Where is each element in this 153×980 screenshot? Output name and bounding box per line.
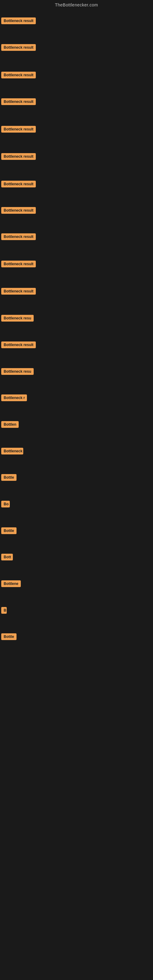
bottleneck-badge-10: Bottleneck result <box>1 261 36 267</box>
bottleneck-badge-6: Bottleneck result <box>1 153 36 160</box>
bottleneck-badge-4: Bottleneck result <box>1 98 36 105</box>
site-title: TheBottlenecker.com <box>0 0 153 10</box>
bottleneck-badge-row-23: B <box>1 607 7 615</box>
bottleneck-badge-9: Bottleneck result <box>1 233 36 240</box>
bottleneck-badge-2: Bottleneck result <box>1 44 36 51</box>
bottleneck-badge-row-24: Bottle <box>1 633 16 641</box>
bottleneck-badge-22: Bottlene <box>1 580 21 587</box>
bottleneck-badge-row-12: Bottleneck resu <box>1 315 33 323</box>
bottleneck-badge-row-1: Bottleneck result <box>1 18 36 25</box>
bottleneck-badge-8: Bottleneck result <box>1 207 36 214</box>
bottleneck-badge-row-5: Bottleneck result <box>1 126 36 134</box>
bottleneck-badge-17: Bottleneck <box>1 448 23 455</box>
bottleneck-badge-18: Bottle <box>1 474 16 481</box>
bottleneck-badge-row-7: Bottleneck result <box>1 181 36 189</box>
bottleneck-badge-row-10: Bottleneck result <box>1 261 36 269</box>
bottleneck-badge-row-6: Bottleneck result <box>1 153 36 161</box>
bottleneck-badge-row-11: Bottleneck result <box>1 288 36 296</box>
bottleneck-badge-3: Bottleneck result <box>1 72 36 78</box>
bottleneck-badge-row-13: Bottleneck result <box>1 342 36 350</box>
bottleneck-badge-row-9: Bottleneck result <box>1 233 36 241</box>
bottleneck-badge-row-17: Bottleneck <box>1 448 23 456</box>
bottleneck-badge-19: Bo <box>1 501 10 508</box>
bottleneck-badge-23: B <box>1 607 7 614</box>
bottleneck-badge-row-14: Bottleneck resu <box>1 368 33 376</box>
bottleneck-badge-row-21: Bott <box>1 554 13 562</box>
bottleneck-badge-1: Bottleneck result <box>1 18 36 24</box>
bottleneck-badge-row-4: Bottleneck result <box>1 98 36 106</box>
bottleneck-badge-row-3: Bottleneck result <box>1 72 36 80</box>
bottleneck-badge-7: Bottleneck result <box>1 181 36 188</box>
bottleneck-badge-row-2: Bottleneck result <box>1 44 36 52</box>
bottleneck-badge-row-15: Bottleneck r <box>1 395 27 402</box>
bottleneck-badge-14: Bottleneck resu <box>1 368 33 375</box>
bottleneck-badge-21: Bott <box>1 554 13 560</box>
bottleneck-badge-20: Bottle <box>1 527 16 534</box>
bottleneck-badge-13: Bottleneck result <box>1 342 36 348</box>
site-title-bar: TheBottlenecker.com <box>0 0 153 10</box>
bottleneck-badge-row-19: Bo <box>1 501 10 509</box>
bottleneck-badge-row-20: Bottle <box>1 527 16 535</box>
bottleneck-badge-row-18: Bottle <box>1 474 16 482</box>
bottleneck-badge-24: Bottle <box>1 633 16 640</box>
bottleneck-badge-row-8: Bottleneck result <box>1 207 36 215</box>
bottleneck-badge-16: Bottlen <box>1 421 19 428</box>
bottleneck-badge-12: Bottleneck resu <box>1 315 33 321</box>
bottleneck-badge-row-16: Bottlen <box>1 421 19 429</box>
bottleneck-badge-11: Bottleneck result <box>1 288 36 294</box>
bottleneck-badge-row-22: Bottlene <box>1 580 21 588</box>
bottleneck-badge-5: Bottleneck result <box>1 126 36 133</box>
bottleneck-badge-15: Bottleneck r <box>1 395 27 401</box>
